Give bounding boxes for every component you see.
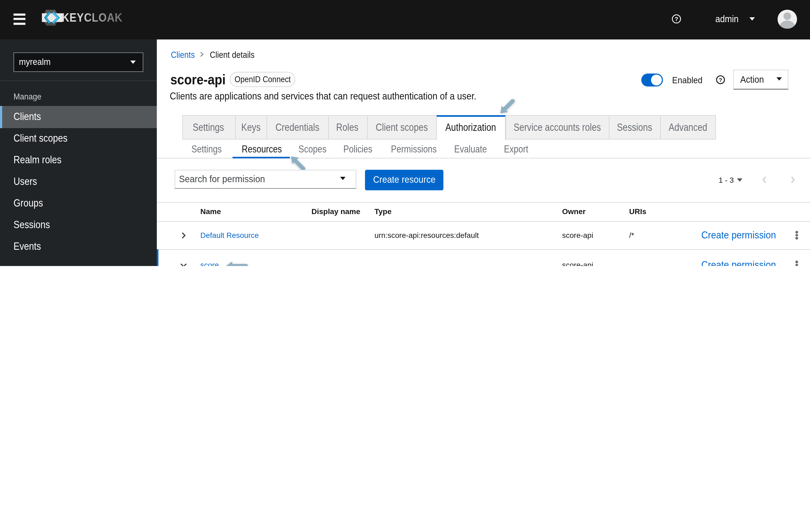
svg-text:?: ? [719,77,723,83]
svg-text:?: ? [675,15,678,22]
